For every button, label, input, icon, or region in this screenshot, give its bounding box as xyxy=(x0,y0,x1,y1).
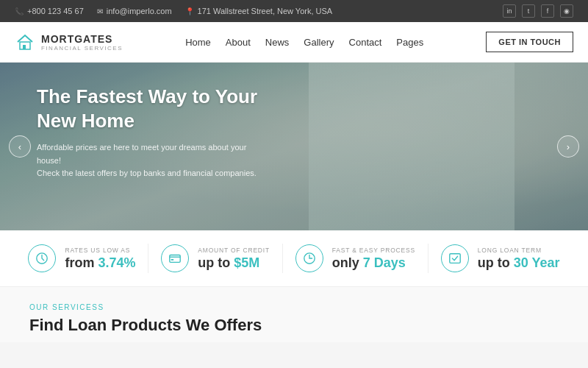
hero-content: The Fastest Way to Your New Home Afforda… xyxy=(37,85,272,180)
top-bar: 📞 +800 123 45 67 ✉ info@imperlo.com 📍 17… xyxy=(0,0,588,22)
stat-process-text: FAST & EASY PROCESS only 7 Days xyxy=(332,247,415,271)
svg-rect-4 xyxy=(171,259,174,261)
get-in-touch-button[interactable]: GET IN TOUCH xyxy=(486,32,573,52)
stat-credit-text: AMOUNT OF CREDIT up to $5M xyxy=(198,247,270,271)
stat-rates-value: from 3.74% xyxy=(65,255,135,271)
stat-credit-label: AMOUNT OF CREDIT xyxy=(198,247,270,254)
phone-contact: 📞 +800 123 45 67 xyxy=(15,7,84,15)
stat-process-value: only 7 Days xyxy=(332,255,415,271)
services-label: OUR SERVICESS xyxy=(29,303,559,311)
hero-description: Affordable prices are here to meet your … xyxy=(37,141,272,180)
process-icon xyxy=(295,244,323,272)
phone-number: +800 123 45 67 xyxy=(27,7,84,15)
left-chevron-icon: ‹ xyxy=(18,141,21,152)
stat-process-label: FAST & EASY PROCESS xyxy=(332,247,415,254)
hero-image-area xyxy=(309,63,514,230)
social-links: in t f ◉ xyxy=(503,4,573,18)
header: MORTGATES FINANCIAL SERVICES Home About … xyxy=(0,22,588,63)
top-bar-contacts: 📞 +800 123 45 67 ✉ info@imperlo.com 📍 17… xyxy=(15,7,332,15)
stat-divider-1 xyxy=(148,244,148,273)
credit-icon xyxy=(161,244,189,272)
phone-icon: 📞 xyxy=(15,7,24,15)
email-address: info@imperlo.com xyxy=(107,7,172,15)
main-nav: Home About News Gallery Contact Pages xyxy=(185,37,423,48)
stat-loan-text: LONG LOAN TERM up to 30 Year xyxy=(478,247,560,271)
hero-next-arrow[interactable]: › xyxy=(557,135,579,158)
instagram-icon[interactable]: ◉ xyxy=(560,4,573,18)
stat-rates: RATES US LOW AS from 3.74% xyxy=(28,244,135,272)
stats-bar: RATES US LOW AS from 3.74% AMOUNT OF CRE… xyxy=(0,230,588,287)
logo-text: MORTGATES FINANCIAL SERVICES xyxy=(41,33,123,52)
twitter-icon[interactable]: t xyxy=(522,4,535,18)
nav-home[interactable]: Home xyxy=(185,37,211,48)
stat-divider-2 xyxy=(282,244,283,273)
services-title: Find Loan Products We Offers xyxy=(29,316,559,335)
hero-title: The Fastest Way to Your New Home xyxy=(37,85,272,132)
logo-icon xyxy=(15,32,35,52)
rates-icon xyxy=(28,244,56,272)
logo-subtitle: FINANCIAL SERVICES xyxy=(41,45,123,52)
nav-contact[interactable]: Contact xyxy=(349,37,382,48)
facebook-icon[interactable]: f xyxy=(541,4,554,18)
nav-gallery[interactable]: Gallery xyxy=(304,37,334,48)
nav-news[interactable]: News xyxy=(265,37,290,48)
address-text: 171 Wallstreet Street, New York, USA xyxy=(198,7,333,15)
services-section: OUR SERVICESS Find Loan Products We Offe… xyxy=(0,287,588,342)
nav-about[interactable]: About xyxy=(226,37,251,48)
email-icon: ✉ xyxy=(97,7,103,15)
stat-rates-label: RATES US LOW AS xyxy=(65,247,135,254)
linkedin-icon[interactable]: in xyxy=(503,4,516,18)
location-icon: 📍 xyxy=(185,7,194,15)
stat-process: FAST & EASY PROCESS only 7 Days xyxy=(295,244,415,272)
stat-loan-label: LONG LOAN TERM xyxy=(478,247,560,254)
svg-rect-1 xyxy=(23,45,26,49)
nav-pages[interactable]: Pages xyxy=(396,37,423,48)
svg-rect-6 xyxy=(450,254,460,263)
stat-rates-text: RATES US LOW AS from 3.74% xyxy=(65,247,135,271)
stat-loan: LONG LOAN TERM up to 30 Year xyxy=(441,244,560,272)
hero-prev-arrow[interactable]: ‹ xyxy=(9,135,31,158)
address-contact: 📍 171 Wallstreet Street, New York, USA xyxy=(185,7,333,15)
hero-section: The Fastest Way to Your New Home Afforda… xyxy=(0,63,588,230)
logo: MORTGATES FINANCIAL SERVICES xyxy=(15,32,123,52)
svg-rect-3 xyxy=(170,255,180,263)
logo-title: MORTGATES xyxy=(41,33,123,45)
stat-loan-value: up to 30 Year xyxy=(478,255,560,271)
stat-credit-value: up to $5M xyxy=(198,255,270,271)
stat-divider-3 xyxy=(428,244,429,273)
stat-credit: AMOUNT OF CREDIT up to $5M xyxy=(161,244,270,272)
right-chevron-icon: › xyxy=(567,141,570,152)
loan-icon xyxy=(441,244,469,272)
email-contact: ✉ info@imperlo.com xyxy=(97,7,172,15)
